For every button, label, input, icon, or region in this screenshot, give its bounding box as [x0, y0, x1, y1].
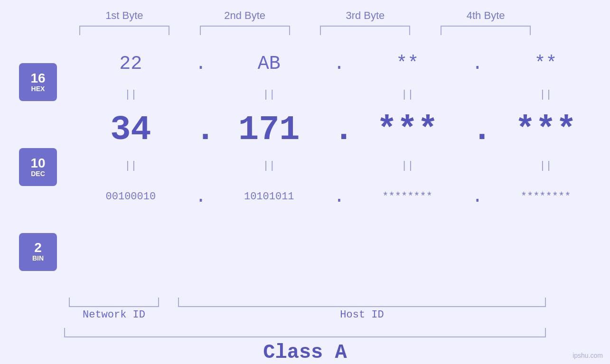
eq1-b1: ||: [85, 89, 176, 101]
main-container: 1st Byte 2nd Byte 3rd Byte 4th Byte 16 H…: [0, 0, 610, 364]
bottom-section: Network ID Host ID Class A: [0, 297, 610, 364]
dec-byte1: 34: [85, 111, 176, 149]
main-grid: 16 HEX 10 DEC 2 BIN 22 . AB: [0, 40, 610, 294]
eq1-b4: ||: [501, 89, 591, 101]
hex-byte2: AB: [224, 53, 314, 75]
bin-byte4: ********: [501, 191, 591, 203]
equals-row-2: || || || ||: [66, 159, 610, 173]
dec-byte4: ***: [501, 111, 591, 149]
byte-headers: 1st Byte 2nd Byte 3rd Byte 4th Byte: [0, 9, 610, 22]
byte2-label: 2nd Byte: [197, 9, 292, 22]
hex-data-row: 22 . AB . ** . **: [66, 40, 610, 87]
eq2-b2: ||: [224, 160, 314, 172]
dec-dot3: .: [472, 111, 481, 149]
dec-badge: 10 DEC: [19, 148, 57, 186]
bin-dot2: .: [333, 186, 343, 207]
dec-byte3: ***: [362, 111, 452, 149]
class-label: Class A: [64, 341, 546, 364]
host-id-section: Host ID: [178, 298, 546, 321]
bin-byte3: ********: [362, 191, 452, 203]
hex-dot3: .: [472, 53, 481, 75]
top-brackets: [0, 26, 610, 35]
dec-text: DEC: [31, 170, 45, 178]
watermark: ipshu.com: [572, 352, 603, 359]
byte4-label: 4th Byte: [438, 9, 533, 22]
eq1-b2: ||: [224, 89, 314, 101]
bin-data-row: 00100010 . 10101011 . ******** . *******…: [66, 173, 610, 220]
hex-dot2: .: [333, 53, 343, 75]
id-labels-row: Network ID Host ID: [64, 298, 546, 321]
byte3-label: 3rd Byte: [318, 9, 413, 22]
bin-text: BIN: [32, 254, 44, 262]
dec-dot1: .: [195, 111, 205, 149]
network-id-label: Network ID: [83, 309, 145, 321]
hex-byte3: **: [362, 53, 452, 75]
bracket-top-1: [79, 26, 169, 35]
bin-number: 2: [34, 241, 42, 254]
hex-text: HEX: [31, 85, 45, 93]
bracket-top-4: [441, 26, 531, 35]
eq2-b3: ||: [362, 160, 452, 172]
right-content: 22 . AB . ** . ** || ||: [66, 40, 610, 294]
equals-row-1: || || || ||: [66, 87, 610, 102]
network-id-section: Network ID: [64, 298, 164, 321]
bin-byte1: 00100010: [85, 191, 176, 203]
byte1-label: 1st Byte: [77, 9, 172, 22]
host-bracket: [178, 298, 546, 307]
hex-dot1: .: [195, 53, 205, 75]
bracket-top-2: [200, 26, 290, 35]
host-id-label: Host ID: [340, 309, 384, 321]
eq2-b4: ||: [501, 160, 591, 172]
left-labels: 16 HEX 10 DEC 2 BIN: [0, 40, 66, 294]
hex-byte1: 22: [85, 53, 176, 75]
bracket-top-3: [320, 26, 410, 35]
dec-byte2: 171: [224, 111, 314, 149]
dec-data-row: 34 . 171 . *** . ***: [66, 102, 610, 159]
dec-number: 10: [30, 157, 45, 170]
bin-badge: 2 BIN: [19, 233, 57, 271]
network-bracket: [69, 298, 159, 307]
bin-byte2: 10101011: [224, 191, 314, 203]
dec-dot2: .: [333, 111, 343, 149]
hex-badge: 16 HEX: [19, 63, 57, 101]
bin-dot1: .: [195, 186, 205, 207]
bin-dot3: .: [472, 186, 481, 207]
hex-number: 16: [30, 72, 45, 85]
eq2-b1: ||: [85, 160, 176, 172]
big-bottom-bracket: [64, 328, 546, 337]
eq1-b3: ||: [362, 89, 452, 101]
hex-byte4: **: [501, 53, 591, 75]
